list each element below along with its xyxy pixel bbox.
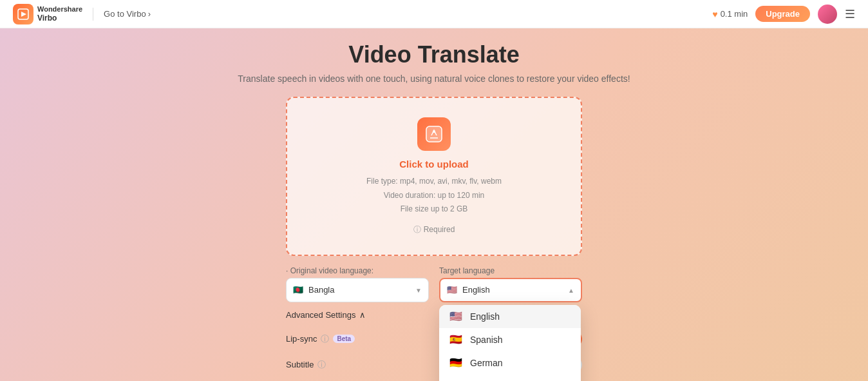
subtitle-label: Subtitle ⓘ xyxy=(286,359,326,371)
go-to-virbo-link[interactable]: Go to Virbo › xyxy=(104,9,151,19)
us-flag: 🇺🇸 xyxy=(447,285,457,295)
beta-badge: Beta xyxy=(333,335,355,343)
german-flag-icon: 🇩🇪 xyxy=(449,358,464,368)
lip-sync-info-icon[interactable]: ⓘ xyxy=(321,333,329,345)
chevron-right-icon: › xyxy=(148,9,151,19)
click-to-upload-label[interactable]: Click to upload xyxy=(399,159,469,170)
credits-display: ♥ 0.1 min xyxy=(712,9,748,19)
upload-info: File type: mp4, mov, avi, mkv, flv, webm… xyxy=(366,175,502,217)
dropdown-arrow-up-icon: ▲ xyxy=(568,286,574,293)
header: Wondershare Virbo Go to Virbo › ♥ 0.1 mi… xyxy=(0,0,868,28)
language-dropdown: 🇺🇸 English 🇪🇸 Spanish 🇩🇪 German 🇵🇹 Portu… xyxy=(439,305,581,381)
main-content: Video Translate Translate speech in vide… xyxy=(0,28,868,381)
svg-point-2 xyxy=(433,130,435,133)
info-circle-icon: ⓘ xyxy=(413,224,421,235)
original-language-label: · Original video language: xyxy=(286,266,429,275)
original-language-group: · Original video language: 🇧🇩 Bangla ▼ xyxy=(286,266,429,302)
page-subtitle: Translate speech in videos with one touc… xyxy=(238,73,630,84)
header-right: ♥ 0.1 min Upgrade ☰ xyxy=(712,5,855,24)
english-flag-icon: 🇺🇸 xyxy=(449,311,464,322)
credits-icon: ♥ xyxy=(712,9,717,19)
logo-icon xyxy=(13,4,33,24)
chevron-up-icon: ∧ xyxy=(359,310,366,320)
menu-icon[interactable]: ☰ xyxy=(845,7,855,21)
target-language-label: Target language xyxy=(439,266,582,275)
dropdown-item-english[interactable]: 🇺🇸 English xyxy=(439,305,581,328)
required-tag: ⓘ Required xyxy=(413,224,455,235)
upgrade-button[interactable]: Upgrade xyxy=(755,6,810,22)
settings-row: · Original video language: 🇧🇩 Bangla ▼ T… xyxy=(286,266,582,302)
header-divider xyxy=(93,8,93,21)
original-language-select[interactable]: 🇧🇩 Bangla ▼ xyxy=(286,278,429,302)
dropdown-item-portuguese[interactable]: 🇵🇹 Portuguese xyxy=(439,375,581,381)
lip-sync-label: Lip-sync ⓘ Beta xyxy=(286,333,355,345)
dropdown-item-spanish[interactable]: 🇪🇸 Spanish xyxy=(439,328,581,351)
header-left: Wondershare Virbo Go to Virbo › xyxy=(13,4,151,24)
subtitle-info-icon[interactable]: ⓘ xyxy=(317,359,326,371)
target-language-select[interactable]: 🇺🇸 English ▲ xyxy=(439,278,582,302)
page-title: Video Translate xyxy=(348,41,519,68)
spanish-flag-icon: 🇪🇸 xyxy=(449,335,464,345)
upload-area[interactable]: Click to upload File type: mp4, mov, avi… xyxy=(286,97,582,256)
bangla-flag: 🇧🇩 xyxy=(293,285,303,295)
logo-area: Wondershare Virbo xyxy=(13,4,82,24)
target-language-group: Target language 🇺🇸 English ▲ 🇺🇸 English … xyxy=(439,266,582,302)
svg-rect-1 xyxy=(426,126,442,142)
avatar[interactable] xyxy=(818,5,837,24)
dropdown-item-german[interactable]: 🇩🇪 German xyxy=(439,351,581,375)
dropdown-arrow-icon: ▼ xyxy=(415,286,422,293)
upload-icon-wrap xyxy=(417,117,451,151)
